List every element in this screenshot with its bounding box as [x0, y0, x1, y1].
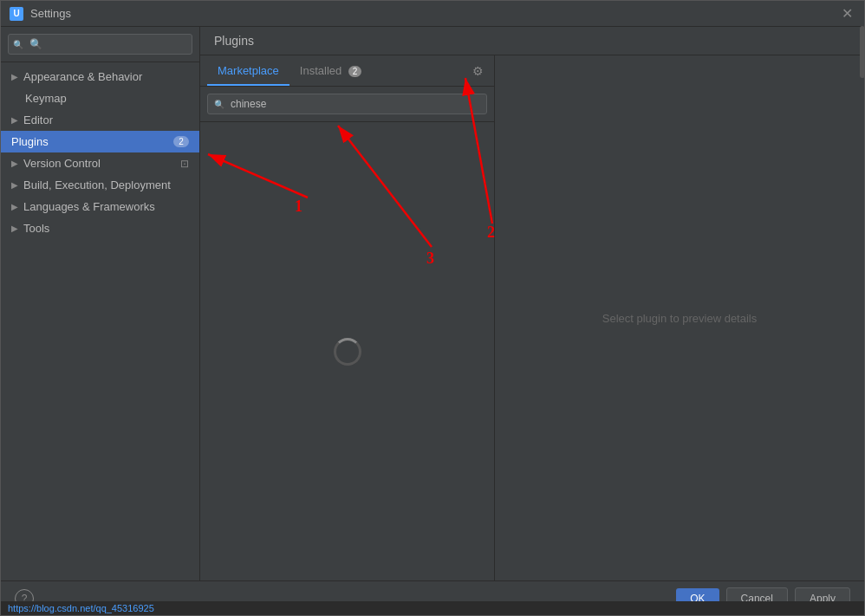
arrow-icon: ▶ — [11, 202, 18, 211]
sidebar-item-label: Plugins — [11, 135, 49, 148]
panel-title: Plugins — [214, 34, 254, 48]
sidebar-search-area — [1, 27, 199, 62]
sidebar-item-label: Editor — [23, 113, 53, 126]
sidebar-item-appearance[interactable]: ▶ Appearance & Behavior — [1, 66, 199, 88]
search-bar — [200, 87, 494, 122]
sidebar-item-editor[interactable]: ▶ Editor — [1, 109, 199, 131]
version-control-icon: ⊡ — [180, 158, 189, 170]
sidebar-item-build[interactable]: ▶ Build, Execution, Deployment — [1, 174, 199, 196]
sidebar-item-keymap[interactable]: Keymap — [1, 88, 199, 109]
sidebar-item-label: Version Control — [23, 157, 101, 170]
plugins-area: Marketplace Installed 2 ⚙ — [200, 55, 864, 580]
right-panel: Plugins Marketplace Installed 2 — [200, 27, 864, 580]
bottom-bar: ? OK Cancel Apply https://blog.csdn.net/… — [1, 580, 864, 615]
arrow-icon: ▶ — [11, 115, 18, 125]
sidebar: ▶ Appearance & Behavior Keymap ▶ Editor … — [1, 27, 200, 580]
tabs-bar: Marketplace Installed 2 ⚙ — [200, 55, 494, 87]
sidebar-nav: ▶ Appearance & Behavior Keymap ▶ Editor … — [1, 62, 199, 580]
plugin-search-input[interactable] — [207, 94, 487, 114]
arrow-icon: ▶ — [11, 180, 18, 190]
tab-marketplace-label: Marketplace — [218, 64, 279, 77]
url-text: https://blog.csdn.net/qq_45316925 — [8, 603, 154, 613]
installed-badge: 2 — [348, 66, 362, 77]
sidebar-item-tools[interactable]: ▶ Tools — [1, 217, 199, 239]
search-wrapper — [207, 94, 487, 114]
sidebar-item-label: Build, Execution, Deployment — [23, 178, 171, 191]
tab-installed-label: Installed — [300, 64, 341, 77]
url-bar: https://blog.csdn.net/qq_45316925 — [1, 601, 864, 615]
sidebar-item-label: Tools — [23, 222, 49, 235]
settings-window: U Settings ✕ ▶ Appearance & Behavior Key… — [0, 0, 865, 616]
sidebar-item-label: Appearance & Behavior — [23, 70, 142, 83]
gear-button[interactable]: ⚙ — [469, 61, 487, 81]
sidebar-search-input[interactable] — [8, 34, 192, 55]
arrow-icon: ▶ — [11, 224, 18, 233]
title-bar: U Settings ✕ — [1, 1, 864, 27]
sidebar-item-languages[interactable]: ▶ Languages & Frameworks — [1, 196, 199, 217]
loading-spinner — [334, 338, 361, 366]
main-content: ▶ Appearance & Behavior Keymap ▶ Editor … — [1, 27, 864, 580]
app-icon: U — [10, 7, 23, 21]
plugins-badge: 2 — [173, 136, 189, 147]
tab-marketplace[interactable]: Marketplace — [207, 57, 289, 86]
arrow-icon: ▶ — [11, 159, 18, 168]
close-button[interactable]: ✕ — [838, 5, 855, 23]
preview-panel: Select plugin to preview details — [495, 55, 864, 580]
panel-header: Plugins — [200, 27, 864, 55]
sidebar-item-plugins[interactable]: Plugins 2 — [1, 131, 199, 152]
tab-installed[interactable]: Installed 2 — [289, 57, 373, 86]
sidebar-item-label: Languages & Frameworks — [23, 200, 155, 213]
sidebar-item-version-control[interactable]: ▶ Version Control ⊡ — [1, 152, 199, 174]
sidebar-item-label: Keymap — [25, 92, 67, 105]
preview-empty-text: Select plugin to preview details — [602, 312, 758, 325]
sidebar-search-wrapper — [8, 34, 192, 55]
plugins-list-panel: Marketplace Installed 2 ⚙ — [200, 55, 495, 580]
arrow-icon: ▶ — [11, 72, 18, 81]
plugin-list-content — [200, 122, 494, 580]
window-title: Settings — [30, 7, 71, 20]
title-bar-left: U Settings — [10, 7, 71, 21]
